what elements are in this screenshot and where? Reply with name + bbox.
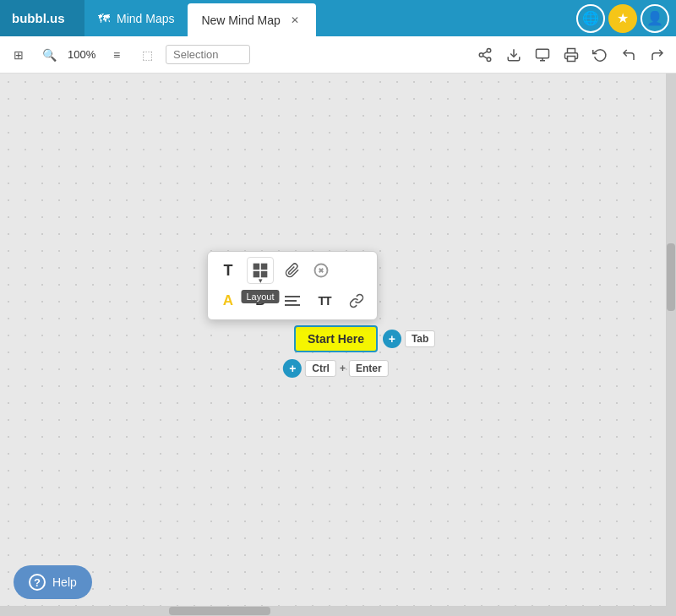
mind-maps-tab-label: Mind Maps [117,12,174,25]
add-child-right-hint: + Tab [383,330,435,348]
svg-point-1 [479,52,483,57]
toolbar-right [473,43,669,67]
download-icon[interactable] [502,43,526,67]
selection-input[interactable] [166,45,250,64]
ctrl-key-badge: Ctrl [305,360,336,377]
vertical-scrollbar-thumb[interactable] [667,243,675,311]
horizontal-scrollbar[interactable] [0,606,666,616]
canvas-area[interactable]: T ▾ Layout A B TT [0,74,676,616]
selection-icon[interactable]: ⬚ [135,43,159,67]
svg-rect-6 [537,49,549,58]
close-tab-icon[interactable]: ✕ [287,13,303,28]
add-child-below-button[interactable]: + [283,359,302,378]
share-icon[interactable] [473,43,497,67]
svg-point-2 [487,57,491,62]
node-edit-toolbar: T ▾ Layout A B TT [207,251,378,320]
monitor-icon[interactable] [531,43,554,67]
close-toolbar-button[interactable] [311,260,331,281]
align-button[interactable] [279,287,306,314]
tab-bar: bubbl.us 🗺 Mind Maps New Mind Map ✕ 🌐 ★ … [0,0,676,36]
tab-key-badge: Tab [405,330,435,347]
zoom-level: 100% [68,48,98,61]
font-color-button[interactable]: A [215,287,242,314]
hamburger-icon[interactable]: ≡ [105,43,128,67]
tab-mind-maps[interactable]: 🗺 Mind Maps [84,0,188,36]
fit-screen-icon[interactable]: ⊞ [7,43,30,67]
svg-line-4 [482,51,487,53]
zoom-icon[interactable]: 🔍 [37,43,61,67]
layout-button[interactable]: ▾ Layout [247,257,274,284]
star-button[interactable]: ★ [608,4,637,33]
svg-rect-11 [261,264,268,270]
text-size-button[interactable]: TT [311,287,338,314]
tab-new-mind-map[interactable]: New Mind Map ✕ [188,3,315,36]
attach-button[interactable] [279,257,306,284]
tab-bar-right: 🌐 ★ 👤 [576,0,676,36]
add-child-right-button[interactable]: + [383,330,401,348]
horizontal-scrollbar-thumb[interactable] [169,607,270,615]
layout-tooltip: Layout [241,290,279,303]
text-format-button[interactable]: T [215,257,242,284]
node-container: Start Here + Tab + Ctrl + Enter [294,325,378,352]
node-text: Start Here [308,332,364,346]
mind-maps-tab-icon: 🗺 [98,12,110,25]
help-icon: ? [29,574,46,591]
svg-rect-9 [568,56,575,61]
link-button[interactable] [343,287,370,314]
svg-line-3 [482,56,487,58]
undo-icon[interactable] [617,43,641,67]
help-label: Help [52,575,77,589]
user-button[interactable]: 👤 [641,4,669,33]
vertical-scrollbar[interactable] [666,74,676,616]
logo: bubbl.us [0,0,84,36]
new-mind-map-tab-label: New Mind Map [201,14,280,27]
help-button[interactable]: ? Help [14,565,92,599]
svg-rect-10 [254,264,260,270]
redo-icon[interactable] [646,43,669,67]
svg-point-0 [487,48,491,52]
history-icon[interactable] [588,43,612,67]
node-box[interactable]: Start Here + Tab + Ctrl + Enter [294,325,378,352]
add-child-below-hint: + Ctrl + Enter [283,359,388,378]
enter-key-badge: Enter [349,360,389,377]
globe-button[interactable]: 🌐 [576,4,605,33]
toolbar: ⊞ 🔍 100% ≡ ⬚ [0,36,676,74]
print-icon[interactable] [559,43,583,67]
